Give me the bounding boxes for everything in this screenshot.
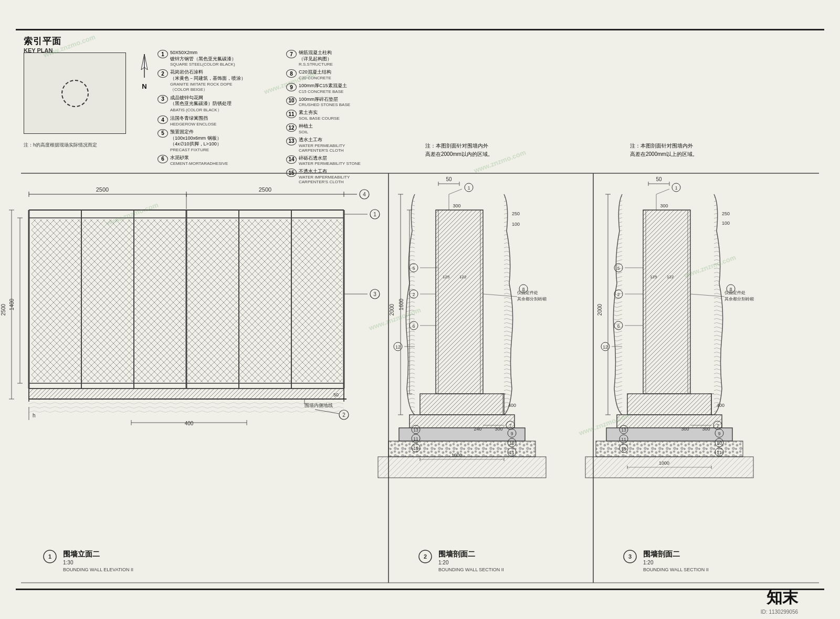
svg-text:1600: 1600	[398, 298, 404, 310]
svg-text:400: 400	[185, 421, 194, 426]
svg-text:1: 1	[48, 553, 51, 560]
main-drawing-svg: 2500 2500 4 1400	[0, 32, 840, 609]
svg-text:BOUNDING WALL SECTION II: BOUNDING WALL SECTION II	[438, 567, 504, 572]
svg-text:50: 50	[446, 176, 452, 182]
svg-line-179	[656, 189, 669, 194]
svg-text:125: 125	[650, 275, 657, 279]
svg-text:2000: 2000	[389, 303, 395, 316]
svg-text:2: 2	[617, 292, 620, 297]
page-container: www.znzmo.com www.znzmo.com www.znzmo.co…	[0, 0, 840, 619]
svg-text:1:30: 1:30	[63, 560, 74, 565]
svg-text:2: 2	[424, 553, 427, 560]
svg-text:13: 13	[621, 427, 626, 433]
svg-text:BOUNDING WALL SECTION II: BOUNDING WALL SECTION II	[643, 567, 709, 572]
svg-text:其余都分别砖砌: 其余都分别砖砌	[517, 297, 547, 301]
svg-text:4: 4	[363, 192, 366, 197]
svg-text:3: 3	[373, 291, 376, 297]
svg-text:7: 7	[717, 423, 719, 428]
svg-rect-44	[29, 399, 344, 415]
bottom-id: ID: 1130299056	[761, 609, 798, 615]
svg-text:12: 12	[395, 344, 401, 350]
svg-text:122: 122	[459, 275, 467, 279]
svg-text:2500: 2500	[1, 303, 6, 316]
svg-text:6: 6	[413, 323, 415, 329]
svg-text:1:20: 1:20	[643, 560, 654, 565]
svg-line-106	[449, 189, 462, 194]
svg-text:围墙立面二: 围墙立面二	[63, 550, 100, 558]
svg-line-123	[483, 294, 517, 297]
svg-text:仅固定件处: 仅固定件处	[724, 290, 746, 295]
svg-text:BOUNDING WALL ELEVATION II: BOUNDING WALL ELEVATION II	[63, 567, 133, 572]
svg-rect-47	[29, 389, 344, 399]
svg-text:围墙剖面二: 围墙剖面二	[438, 550, 475, 558]
svg-text:240: 240	[474, 426, 481, 432]
svg-rect-73	[436, 210, 483, 394]
svg-text:3: 3	[628, 553, 632, 560]
svg-text:9: 9	[718, 431, 721, 436]
svg-text:2: 2	[413, 292, 415, 297]
svg-text:1:20: 1:20	[438, 560, 449, 565]
svg-text:2500: 2500	[96, 186, 109, 193]
svg-text:11: 11	[621, 437, 626, 442]
svg-text:6: 6	[617, 323, 620, 329]
svg-text:8: 8	[522, 287, 525, 292]
svg-text:300: 300	[495, 426, 502, 432]
svg-text:100: 100	[722, 221, 730, 226]
svg-text:2000: 2000	[597, 303, 603, 316]
svg-text:50: 50	[656, 176, 662, 182]
svg-text:1: 1	[373, 212, 376, 217]
svg-text:1000: 1000	[452, 453, 462, 458]
svg-text:400: 400	[717, 403, 724, 408]
svg-text:11: 11	[509, 450, 514, 455]
svg-text:2500: 2500	[259, 186, 271, 193]
svg-rect-92	[378, 457, 546, 478]
svg-text:5: 5	[413, 266, 415, 271]
svg-text:300: 300	[453, 203, 460, 208]
svg-text:7: 7	[509, 423, 512, 428]
svg-text:8: 8	[730, 287, 732, 292]
bottom-logo: 知末	[766, 587, 798, 608]
svg-text:300: 300	[660, 203, 668, 208]
svg-text:2: 2	[342, 412, 345, 418]
svg-text:15: 15	[413, 446, 418, 451]
svg-text:250: 250	[512, 211, 520, 216]
svg-rect-150	[643, 210, 690, 394]
svg-text:125: 125	[443, 275, 450, 279]
svg-text:15: 15	[621, 446, 626, 452]
svg-text:122: 122	[667, 275, 674, 279]
svg-text:h: h	[33, 413, 36, 418]
svg-text:9: 9	[511, 431, 513, 436]
svg-text:1000: 1000	[659, 460, 669, 466]
svg-text:围墙剖面二: 围墙剖面二	[643, 550, 680, 558]
svg-text:围墙内侧地线: 围墙内侧地线	[304, 403, 333, 408]
svg-text:250: 250	[722, 211, 730, 216]
border-top	[16, 29, 824, 30]
svg-text:1: 1	[468, 185, 470, 191]
svg-text:100: 100	[512, 222, 520, 227]
svg-rect-161	[627, 394, 711, 415]
svg-text:10: 10	[509, 440, 514, 446]
svg-text:300: 300	[702, 426, 710, 432]
svg-text:11: 11	[413, 436, 418, 442]
svg-text:1: 1	[675, 185, 678, 191]
svg-text:300: 300	[681, 426, 689, 432]
svg-rect-88	[420, 394, 504, 415]
svg-text:10: 10	[717, 440, 722, 446]
svg-text:13: 13	[413, 427, 418, 433]
svg-text:12: 12	[603, 344, 608, 350]
svg-text:仅固定件处: 仅固定件处	[517, 290, 538, 295]
svg-text:1400: 1400	[9, 298, 15, 310]
svg-text:11: 11	[717, 450, 722, 455]
svg-text:其余都分别砖砌: 其余都分别砖砌	[724, 297, 754, 301]
svg-text:5: 5	[617, 266, 620, 271]
svg-text:400: 400	[508, 403, 516, 408]
